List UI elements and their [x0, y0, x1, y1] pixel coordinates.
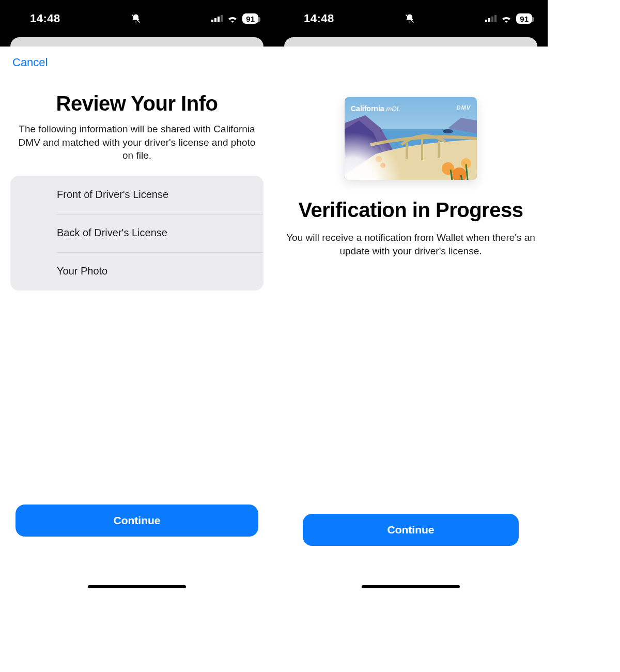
page-subtitle: You will receive a notification from Wal… — [286, 231, 535, 257]
cellular-icon — [211, 15, 223, 22]
card-title-text: California mDL — [351, 104, 400, 113]
info-list: Front of Driver's License Back of Driver… — [10, 176, 264, 291]
status-indicators: 91 — [131, 13, 258, 24]
list-item-label: Front of Driver's License — [57, 189, 168, 201]
page-title: Review Your Info — [0, 92, 274, 115]
battery-pct: 91 — [520, 14, 529, 23]
bell-slash-icon — [131, 13, 141, 24]
svg-rect-9 — [494, 15, 497, 22]
svg-rect-6 — [485, 20, 487, 22]
page-title: Verification in Progress — [274, 198, 548, 222]
nav-bar: Cancel — [0, 52, 274, 73]
background-card-peek — [10, 37, 264, 47]
home-indicator[interactable] — [362, 585, 460, 588]
svg-rect-4 — [221, 15, 223, 22]
wifi-icon — [501, 14, 512, 23]
page-subtitle: The following information will be shared… — [12, 123, 261, 162]
battery-indicator: 91 — [516, 13, 532, 24]
svg-rect-3 — [218, 17, 220, 22]
home-indicator[interactable] — [88, 585, 186, 588]
card-issuer-text: DMV — [457, 104, 471, 111]
list-item-back[interactable]: Back of Driver's License — [10, 214, 264, 252]
status-time: 14:48 — [304, 12, 334, 25]
list-item-photo[interactable]: Your Photo — [10, 252, 264, 291]
svg-rect-1 — [211, 20, 213, 22]
status-indicators: 91 — [405, 13, 532, 24]
cancel-button[interactable]: Cancel — [12, 56, 48, 69]
svg-point-15 — [442, 162, 454, 175]
cellular-icon — [485, 15, 497, 22]
phone-left: 14:48 91 — [0, 0, 274, 594]
background-card-peek — [284, 37, 537, 47]
continue-button[interactable]: Continue — [16, 505, 258, 537]
svg-rect-7 — [488, 18, 490, 22]
phone-right: 14:48 91 — [274, 0, 548, 594]
battery-indicator: 91 — [242, 13, 258, 24]
mdl-card-illustration: California mDL DMV — [345, 97, 477, 180]
svg-rect-8 — [491, 17, 493, 22]
modal-sheet: California mDL DMV Verification in Progr… — [274, 47, 548, 594]
status-time: 14:48 — [30, 12, 60, 25]
list-item-front[interactable]: Front of Driver's License — [10, 176, 264, 214]
status-bar: 14:48 91 — [0, 0, 274, 37]
modal-sheet: Cancel Review Your Info The following in… — [0, 47, 274, 594]
svg-point-11 — [443, 129, 453, 133]
continue-button[interactable]: Continue — [303, 514, 519, 546]
list-item-label: Your Photo — [57, 265, 107, 277]
svg-rect-2 — [214, 18, 216, 22]
wifi-icon — [227, 14, 238, 23]
bell-slash-icon — [405, 13, 415, 24]
battery-pct: 91 — [246, 14, 255, 23]
list-item-label: Back of Driver's License — [57, 227, 167, 239]
status-bar: 14:48 91 — [274, 0, 548, 37]
